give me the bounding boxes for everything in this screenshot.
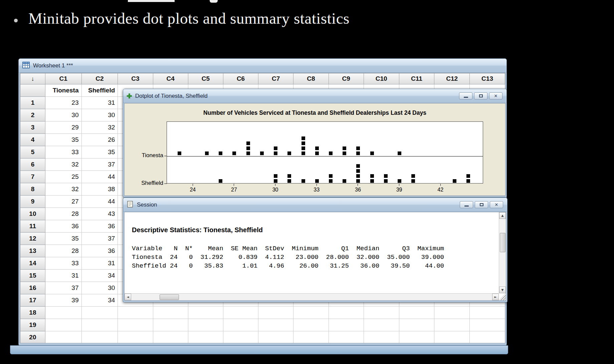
worksheet-cell[interactable]: 30 — [45, 109, 81, 121]
worksheet-cell[interactable] — [188, 319, 223, 331]
worksheet-cell[interactable]: 37 — [81, 233, 118, 245]
column-header-C9[interactable]: C9 — [329, 73, 364, 84]
worksheet-cell[interactable] — [118, 307, 153, 319]
scroll-left-icon[interactable]: ◄ — [125, 294, 131, 300]
worksheet-cell[interactable] — [81, 331, 118, 344]
worksheet-cell[interactable]: 36 — [45, 220, 81, 233]
worksheet-cell[interactable] — [364, 307, 399, 319]
worksheet-titlebar[interactable]: Worksheet 1 *** — [19, 59, 506, 73]
worksheet-cell[interactable] — [470, 307, 505, 319]
worksheet-cell[interactable]: 31 — [45, 270, 81, 282]
worksheet-cell[interactable] — [45, 331, 81, 344]
row-header[interactable]: 8 — [20, 183, 45, 196]
resize-grip[interactable] — [499, 293, 506, 300]
row-header[interactable]: 16 — [20, 282, 45, 294]
restore-button[interactable] — [475, 201, 488, 208]
scroll-right-icon[interactable]: ► — [492, 294, 499, 300]
worksheet-cell[interactable] — [81, 319, 118, 331]
worksheet-cell[interactable]: 32 — [45, 158, 81, 171]
worksheet-cell[interactable]: 32 — [81, 121, 118, 134]
dotplot-titlebar[interactable]: ✚ Dotplot of Tionesta, Sheffield ✕ — [123, 89, 506, 103]
worksheet-cell[interactable] — [223, 319, 258, 331]
worksheet-cell[interactable]: 26 — [81, 134, 118, 146]
worksheet-cell[interactable] — [153, 319, 188, 331]
minimize-button[interactable] — [459, 92, 472, 99]
worksheet-cell[interactable] — [364, 331, 399, 344]
worksheet-cell[interactable] — [329, 331, 364, 344]
row-header[interactable]: 15 — [20, 270, 45, 282]
worksheet-cell[interactable] — [293, 307, 329, 319]
worksheet-cell[interactable]: 44 — [81, 171, 118, 183]
select-all-corner[interactable]: ↓ — [20, 73, 45, 84]
worksheet-cell[interactable] — [399, 319, 434, 331]
worksheet-cell[interactable] — [399, 331, 434, 344]
worksheet-cell[interactable]: 37 — [45, 282, 81, 294]
worksheet-cell[interactable] — [45, 307, 81, 319]
worksheet-cell[interactable] — [434, 331, 470, 344]
row-header[interactable]: 5 — [20, 146, 45, 158]
row-header[interactable]: 19 — [20, 319, 45, 331]
worksheet-cell[interactable]: 25 — [45, 171, 81, 183]
row-header[interactable]: 12 — [20, 233, 45, 245]
vertical-scrollbar[interactable]: ▲ ▼ — [499, 212, 506, 293]
row-header[interactable] — [20, 84, 45, 97]
worksheet-cell[interactable] — [153, 331, 188, 344]
row-header[interactable]: 20 — [20, 331, 45, 344]
worksheet-cell[interactable]: 30 — [81, 282, 118, 294]
worksheet-cell[interactable] — [45, 319, 81, 331]
worksheet-cell[interactable] — [434, 319, 470, 331]
vertical-scroll-thumb[interactable] — [500, 233, 505, 252]
worksheet-cell[interactable]: 36 — [81, 245, 118, 257]
column-header-C6[interactable]: C6 — [223, 73, 258, 84]
worksheet-cell[interactable] — [329, 307, 364, 319]
row-header[interactable]: 7 — [20, 171, 45, 183]
worksheet-cell[interactable]: 35 — [45, 134, 81, 146]
worksheet-cell[interactable] — [258, 319, 293, 331]
worksheet-cell[interactable] — [81, 307, 118, 319]
row-header[interactable]: 6 — [20, 158, 45, 171]
row-header[interactable]: 17 — [20, 294, 45, 307]
worksheet-cell[interactable] — [434, 307, 470, 319]
worksheet-cell[interactable]: 33 — [45, 257, 81, 270]
worksheet-cell[interactable]: 29 — [45, 121, 81, 134]
worksheet-cell[interactable]: 44 — [81, 196, 118, 208]
worksheet-cell[interactable] — [153, 307, 188, 319]
worksheet-cell[interactable]: 33 — [45, 146, 81, 158]
row-header[interactable]: 11 — [20, 220, 45, 233]
worksheet-cell[interactable]: 37 — [81, 158, 118, 171]
variable-name-cell[interactable]: Sheffield — [81, 84, 118, 97]
worksheet-cell[interactable] — [399, 307, 434, 319]
worksheet-cell[interactable]: 38 — [81, 183, 118, 196]
worksheet-cell[interactable] — [293, 319, 329, 331]
close-button[interactable]: ✕ — [489, 92, 502, 99]
row-header[interactable]: 14 — [20, 257, 45, 270]
worksheet-cell[interactable] — [118, 331, 153, 344]
worksheet-cell[interactable] — [223, 307, 258, 319]
row-header[interactable]: 4 — [20, 134, 45, 146]
scroll-up-icon[interactable]: ▲ — [499, 212, 506, 219]
worksheet-cell[interactable] — [364, 319, 399, 331]
session-titlebar[interactable]: Session ✕ — [123, 198, 507, 212]
row-header[interactable]: 2 — [20, 109, 45, 121]
close-button[interactable]: ✕ — [490, 201, 503, 208]
row-header[interactable]: 10 — [20, 208, 45, 220]
restore-button[interactable] — [474, 92, 487, 99]
worksheet-cell[interactable]: 39 — [45, 294, 81, 307]
column-header-C3[interactable]: C3 — [118, 73, 153, 84]
column-header-C8[interactable]: C8 — [293, 73, 329, 84]
column-header-C12[interactable]: C12 — [434, 73, 470, 84]
worksheet-cell[interactable] — [188, 331, 223, 344]
worksheet-cell[interactable]: 32 — [45, 183, 81, 196]
worksheet-cell[interactable]: 35 — [45, 233, 81, 245]
minimize-button[interactable] — [460, 201, 473, 208]
horizontal-scrollbar[interactable]: ◄ ► — [125, 293, 499, 300]
worksheet-cell[interactable] — [188, 307, 223, 319]
worksheet-cell[interactable]: 34 — [81, 270, 118, 282]
worksheet-cell[interactable]: 27 — [45, 196, 81, 208]
worksheet-cell[interactable] — [470, 331, 505, 344]
scroll-down-icon[interactable]: ▼ — [499, 287, 506, 293]
row-header[interactable]: 13 — [20, 245, 45, 257]
row-header[interactable]: 3 — [20, 121, 45, 134]
variable-name-cell[interactable]: Tionesta — [45, 84, 81, 97]
worksheet-cell[interactable]: 43 — [81, 208, 118, 220]
